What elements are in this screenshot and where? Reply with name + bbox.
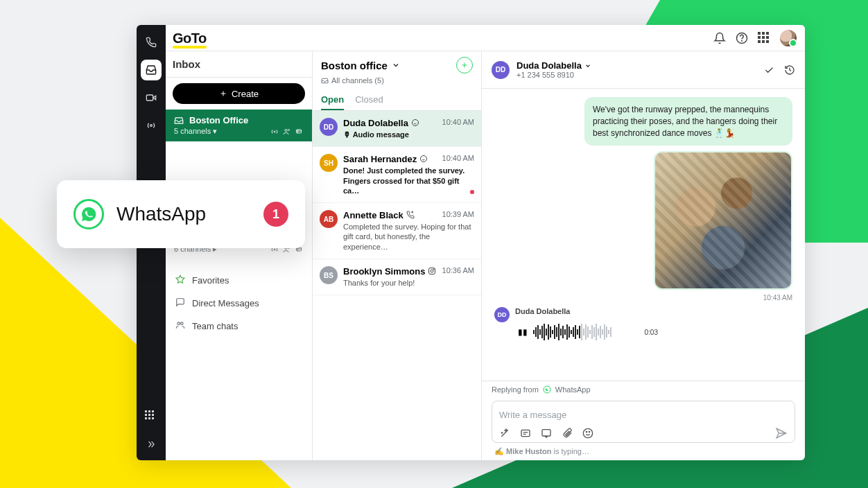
avatar[interactable] xyxy=(780,30,797,46)
message-timestamp: 10:43 AM xyxy=(763,294,792,302)
svg-point-3 xyxy=(742,40,743,41)
rail-apps[interactable] xyxy=(141,406,162,427)
conv-time: 10:36 AM xyxy=(442,266,474,274)
conv-preview: Completed the survey. Hoping for that gi… xyxy=(343,222,474,252)
conversation-row[interactable]: AB Annette Black Completed the survey. H… xyxy=(313,203,481,259)
contact-name: Duda Dolabella xyxy=(517,60,582,71)
message-bubble: We've got the runway prepped, the manneq… xyxy=(584,97,792,146)
whatsapp-callout: WhatsApp 1 xyxy=(57,180,305,248)
channel-icon xyxy=(411,119,419,128)
conv-name: Sarah Hernandez xyxy=(343,154,417,164)
channel-icon xyxy=(428,267,436,277)
brand-logo: GoTo xyxy=(173,31,207,46)
svg-rect-21 xyxy=(542,430,550,436)
svg-point-18 xyxy=(434,268,435,269)
convlist-subtitle: All channels (5) xyxy=(331,76,384,85)
svg-point-5 xyxy=(285,129,287,131)
conv-name: Annette Black xyxy=(343,210,403,220)
reply-channel: WhatsApp xyxy=(555,385,591,394)
channel-icon xyxy=(419,155,428,164)
audio-duration: 0:03 xyxy=(645,329,658,336)
avatar: AB xyxy=(320,210,338,228)
conv-name: Duda Dolabella xyxy=(343,118,408,128)
conv-preview: Done! Just completed the survey. Fingers… xyxy=(343,166,474,195)
audio-sender: Duda Dolabella xyxy=(515,307,661,315)
rail-expand[interactable] xyxy=(141,434,162,455)
image-attachment[interactable] xyxy=(654,151,792,290)
conversation-list-panel: Boston office All channels (5) Open Clos… xyxy=(313,51,482,460)
svg-point-22 xyxy=(583,428,592,437)
message-input[interactable] xyxy=(499,406,788,424)
message-icon xyxy=(175,297,186,309)
svg-point-17 xyxy=(431,270,433,272)
nav-team-chats[interactable]: Team chats xyxy=(166,315,312,338)
chevron-down-icon[interactable] xyxy=(392,61,400,69)
svg-point-8 xyxy=(274,249,275,250)
conv-time: 10:39 AM xyxy=(442,210,474,218)
conv-time: 10:40 AM xyxy=(442,154,474,162)
inbox-title: Inbox xyxy=(166,51,312,78)
pause-icon[interactable]: ▮▮ xyxy=(518,327,528,337)
conv-name: Brooklyn Simmons xyxy=(343,266,425,277)
whatsapp-icon xyxy=(543,385,551,394)
nav-favorites[interactable]: Favorites xyxy=(166,269,312,292)
svg-point-13 xyxy=(181,322,184,325)
create-label: Create xyxy=(232,89,259,99)
nav-direct-messages[interactable]: Direct Messages xyxy=(166,292,312,315)
emoji-icon[interactable] xyxy=(582,428,593,439)
whatsapp-label: WhatsApp xyxy=(116,203,251,225)
svg-point-15 xyxy=(421,155,427,162)
waveform[interactable] xyxy=(533,323,639,341)
rail-inbox[interactable] xyxy=(141,60,162,80)
inbox-tray-icon xyxy=(174,116,184,125)
send-icon[interactable] xyxy=(775,427,788,439)
office-status-icons xyxy=(270,128,304,136)
typing-indicator: ✍ Mike Huston is typing… xyxy=(482,444,805,460)
contact-avatar: DD xyxy=(492,61,510,79)
magic-wand-icon[interactable] xyxy=(499,428,510,439)
office-name: Boston Office xyxy=(189,115,248,125)
avatar: BS xyxy=(320,266,338,284)
svg-rect-0 xyxy=(146,95,153,101)
svg-point-1 xyxy=(150,125,153,127)
audio-player[interactable]: ▮▮ 0:03 xyxy=(515,318,661,346)
attachment-icon[interactable] xyxy=(562,428,573,439)
add-conversation-button[interactable] xyxy=(456,57,473,73)
history-icon[interactable] xyxy=(784,64,795,76)
nav-label: Team chats xyxy=(192,321,238,331)
create-button[interactable]: Create xyxy=(173,83,305,104)
reply-from-bar: Replying from WhatsApp xyxy=(482,381,805,398)
audio-message: DD Duda Dolabella ▮▮ 0:03 xyxy=(494,307,792,346)
inbox-panel: Inbox Create Boston Office 5 channels ▾ xyxy=(166,51,313,460)
nav-label: Direct Messages xyxy=(192,298,259,308)
conversation-row[interactable]: SH Sarah Hernandez Done! Just completed … xyxy=(313,147,481,203)
office-boston[interactable]: Boston Office 5 channels ▾ xyxy=(166,110,312,141)
chevron-down-icon[interactable] xyxy=(584,62,591,69)
svg-point-4 xyxy=(274,131,275,132)
conversation-row[interactable]: BS Brooklyn Simmons Thanks for your help… xyxy=(313,259,481,295)
conversation-row[interactable]: DD Duda Dolabella 🎙 Audio message 10:40 … xyxy=(313,111,481,147)
rail-broadcast[interactable] xyxy=(141,115,162,136)
apps-grid-icon[interactable] xyxy=(758,32,770,44)
reply-from-label: Replying from xyxy=(492,385,539,394)
help-icon[interactable] xyxy=(736,32,748,44)
svg-point-14 xyxy=(412,119,418,125)
conv-preview: Thanks for your help! xyxy=(343,278,474,288)
tab-closed[interactable]: Closed xyxy=(355,90,383,110)
conversation-detail: DD Duda Dolabella +1 234 555 8910 We've … xyxy=(482,51,805,460)
contact-phone: +1 234 555 8910 xyxy=(517,71,591,79)
svg-point-24 xyxy=(589,431,589,432)
svg-point-6 xyxy=(288,129,290,130)
inbox-tray-icon xyxy=(321,77,329,85)
template-icon[interactable] xyxy=(541,428,552,439)
detail-header: DD Duda Dolabella +1 234 555 8910 xyxy=(482,51,805,89)
conv-preview: 🎙 Audio message xyxy=(343,130,474,139)
bell-icon[interactable] xyxy=(713,32,726,44)
rail-phone[interactable] xyxy=(141,32,162,53)
tab-open[interactable]: Open xyxy=(321,90,344,110)
avatar: SH xyxy=(320,154,338,172)
saved-replies-icon[interactable] xyxy=(520,428,531,439)
rail-video[interactable] xyxy=(141,87,162,108)
svg-point-12 xyxy=(177,322,180,325)
check-icon[interactable] xyxy=(763,64,774,76)
